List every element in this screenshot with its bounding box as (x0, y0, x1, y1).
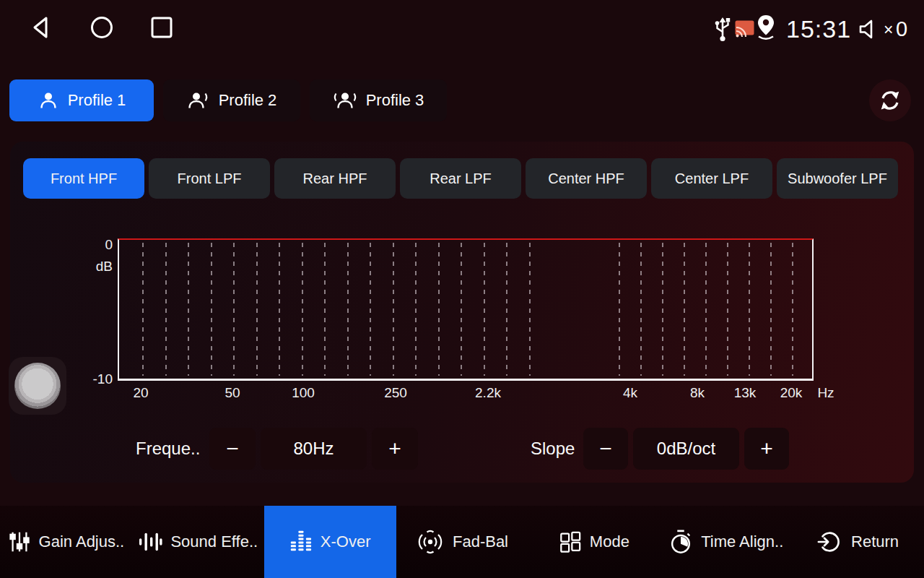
profile-2-label: Profile 2 (219, 91, 277, 110)
gridline (484, 243, 485, 376)
slope-value: 0dB/oct (633, 428, 739, 470)
nav-gain-adjust[interactable]: Gain Adjus.. (0, 506, 132, 578)
gridline (256, 243, 258, 376)
tab-subwoofer-lpf[interactable]: Subwoofer LPF (777, 158, 898, 199)
mode-grid-icon (559, 530, 582, 553)
location-icon (755, 13, 777, 42)
return-arrow-icon (817, 530, 843, 554)
frequency-plus-button[interactable]: + (372, 428, 418, 470)
nav-fad-bal[interactable]: Fad-Bal (396, 506, 528, 578)
nav-return[interactable]: Return (792, 506, 924, 578)
nav-xover[interactable]: X-Over (264, 506, 396, 578)
screen: 15:31 × 0 Profile 1 Profile 2 (0, 0, 924, 578)
gridline (393, 243, 394, 376)
refresh-button[interactable] (869, 79, 911, 121)
gridline (438, 243, 440, 376)
nav-home-button[interactable] (88, 14, 116, 41)
slope-minus-button[interactable]: − (583, 428, 628, 470)
gridline (749, 243, 750, 376)
frequency-minus-button[interactable]: − (209, 428, 256, 470)
profile-1-label: Profile 1 (68, 91, 126, 110)
tab-rear-hpf[interactable]: Rear HPF (274, 158, 396, 199)
volume-muted-status (858, 18, 880, 40)
stopwatch-icon (668, 529, 693, 555)
rotary-knob[interactable] (14, 363, 61, 409)
gridline (705, 243, 707, 376)
gridline (415, 243, 417, 376)
cast-status (734, 20, 755, 38)
sync-refresh-icon (877, 87, 903, 113)
ytick-0: 0 (81, 237, 113, 253)
nav-recents-button[interactable] (149, 15, 174, 40)
response-plot (118, 238, 814, 381)
tab-label: Subwoofer LPF (788, 171, 887, 187)
volume-mult-sign: × (884, 20, 893, 40)
nav-label: Return (851, 532, 899, 551)
nav-time-align[interactable]: Time Align.. (660, 506, 792, 578)
nav-label: Gain Adjus.. (39, 532, 125, 551)
gridline (370, 243, 371, 376)
usb-icon (713, 14, 732, 43)
nav-back-button[interactable] (27, 12, 56, 43)
tab-rear-lpf[interactable]: Rear LPF (400, 158, 521, 199)
tab-center-hpf[interactable]: Center HPF (526, 158, 647, 199)
gridline (142, 243, 144, 376)
xtick-20: 20 (133, 385, 148, 401)
user-icon (333, 90, 357, 111)
gridline (770, 243, 772, 376)
gridline (279, 243, 280, 376)
profile-3-label: Profile 3 (366, 91, 424, 110)
clock: 15:31 (786, 15, 851, 43)
tab-label: Center HPF (548, 171, 624, 187)
fader-balance-icon (416, 530, 445, 554)
gridline (302, 243, 303, 376)
xtick-20k: 20k (780, 385, 803, 401)
y-axis-unit: dB (81, 259, 113, 275)
nav-label: Mode (590, 532, 629, 551)
nav-label: Sound Effe.. (170, 532, 258, 551)
crossover-eq-icon (289, 530, 313, 553)
xtick-4k: 4k (623, 385, 637, 401)
xtick-13k: 13k (734, 385, 757, 401)
gridline (165, 243, 167, 376)
xtick-100: 100 (292, 385, 315, 401)
xtick-50: 50 (225, 385, 240, 401)
tab-front-lpf[interactable]: Front LPF (149, 158, 270, 199)
usb-status (713, 14, 732, 43)
slope-plus-button[interactable]: + (744, 428, 789, 470)
profile-1-tab[interactable]: Profile 1 (9, 79, 154, 121)
gridline (727, 243, 728, 376)
gridline (188, 243, 189, 376)
xtick-2.2k: 2.2k (475, 385, 501, 401)
gain-sliders-icon (8, 530, 31, 553)
home-icon (88, 14, 116, 41)
location-status (755, 13, 777, 42)
nav-label: X-Over (321, 532, 371, 551)
slope-label: Slope (531, 428, 575, 470)
frequency-value: 80Hz (261, 428, 367, 470)
gridline (211, 243, 212, 376)
back-icon (27, 12, 56, 43)
nav-sound-effect[interactable]: Sound Effe.. (132, 506, 264, 578)
tab-front-hpf[interactable]: Front HPF (23, 158, 144, 199)
profile-2-tab[interactable]: Profile 2 (163, 79, 300, 121)
tab-label: Center LPF (675, 171, 749, 187)
user-icon (187, 90, 210, 111)
gridline (684, 243, 685, 376)
tab-label: Rear LPF (430, 171, 492, 187)
gridline (792, 243, 793, 376)
channel-filter-tabs: Front HPF Front LPF Rear HPF Rear LPF Ce… (23, 158, 898, 199)
gridline (640, 243, 642, 376)
volume-muted-icon (858, 18, 880, 40)
nav-label: Time Align.. (701, 532, 783, 551)
profile-3-tab[interactable]: Profile 3 (310, 79, 447, 121)
volume-level: 0 (896, 17, 907, 41)
recents-icon (149, 15, 174, 40)
frequency-label: Freque.. (136, 428, 200, 470)
nav-mode[interactable]: Mode (528, 506, 660, 578)
gridline (506, 243, 507, 376)
xtick-8k: 8k (690, 385, 705, 401)
ytick-minus10: -10 (81, 371, 113, 387)
gridline (233, 243, 235, 376)
tab-center-lpf[interactable]: Center LPF (651, 158, 772, 199)
